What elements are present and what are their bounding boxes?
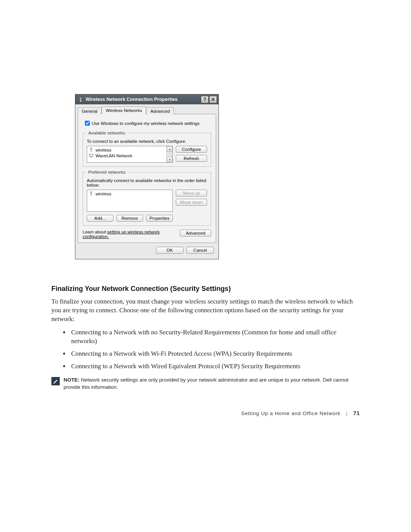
note-row: NOTE: Network security settings are only… (51, 376, 360, 391)
use-windows-checkbox-row[interactable]: Use Windows to configure my wireless net… (83, 120, 211, 127)
ok-button[interactable]: OK (156, 247, 183, 254)
titlebar: Wireless Network Connection Properties ?… (75, 94, 218, 104)
dialog-footer: OK Cancel (78, 243, 216, 257)
tab-advanced[interactable]: Advanced (146, 107, 174, 115)
scroll-up-icon[interactable]: ▴ (167, 146, 172, 152)
note-icon (51, 377, 60, 385)
document-body: Finalizing Your Network Connection (Secu… (51, 285, 360, 391)
scrollbar[interactable]: ▴ ▾ (166, 146, 172, 162)
dialog-title: Wireless Network Connection Properties (86, 97, 201, 102)
list-item: Connecting to a Network with no Security… (70, 328, 360, 346)
configure-button[interactable]: Configure (176, 146, 207, 153)
available-hint: To connect to an available network, clic… (87, 139, 207, 144)
antenna-icon (89, 147, 94, 152)
titlebar-buttons: ? ✕ (201, 96, 217, 103)
add-button[interactable]: Add... (87, 215, 113, 222)
learn-row: Learn about setting up wireless network … (83, 230, 211, 239)
note-body: Network security settings are only provi… (64, 377, 349, 390)
tab-wireless-networks[interactable]: Wireless Networks (102, 107, 146, 114)
network-name: WaveLAN Network (96, 153, 132, 158)
page: Wireless Network Connection Properties ?… (0, 0, 411, 532)
preferred-networks-group: Preferred networks: Automatically connec… (83, 170, 211, 226)
preferred-networks-listbox[interactable]: wireless (87, 190, 173, 212)
network-name: wireless (96, 192, 112, 196)
preferred-networks-legend: Preferred networks: (87, 170, 128, 174)
list-item: Connecting to a Network with Wired Equiv… (70, 362, 360, 371)
footer-separator: | (346, 411, 347, 416)
cancel-button[interactable]: Cancel (186, 247, 214, 254)
refresh-button[interactable]: Refresh (176, 155, 207, 162)
page-footer: Setting Up a Home and Office Network | 7… (0, 410, 411, 416)
available-networks-legend: Available networks: (87, 131, 127, 135)
computer-icon (89, 153, 94, 158)
scroll-down-icon[interactable]: ▾ (167, 157, 172, 162)
tab-panel: Use Windows to configure my wireless net… (78, 114, 216, 243)
list-item[interactable]: wireless (87, 147, 166, 153)
options-list: Connecting to a Network with no Security… (51, 328, 360, 371)
svg-point-3 (91, 192, 92, 193)
dialog-body: General Wireless Networks Advanced Use W… (75, 104, 218, 259)
page-number: 71 (353, 410, 360, 416)
use-windows-checkbox[interactable] (85, 121, 90, 126)
tab-general[interactable]: General (78, 107, 102, 115)
antenna-icon (89, 191, 94, 196)
available-networks-group: Available networks: To connect to an ava… (83, 131, 211, 167)
wireless-properties-dialog: Wireless Network Connection Properties ?… (75, 94, 219, 259)
preferred-hint: Automatically connect to available netwo… (87, 178, 207, 187)
use-windows-label: Use Windows to configure my wireless net… (92, 121, 199, 126)
intro-paragraph: To finalize your connection, you must ch… (51, 297, 360, 324)
wireless-adapter-icon (78, 96, 84, 102)
svg-rect-2 (89, 154, 93, 157)
list-item: Connecting to a Network with Wi-Fi Prote… (70, 350, 360, 358)
available-networks-listbox[interactable]: wireless WaveLAN Network ▴ (87, 146, 173, 163)
learn-prefix: Learn about (83, 230, 107, 234)
tabs-row: General Wireless Networks Advanced (78, 107, 216, 114)
network-name: wireless (96, 148, 112, 152)
section-heading: Finalizing Your Network Connection (Secu… (51, 285, 360, 293)
svg-rect-0 (80, 100, 81, 102)
learn-text: Learn about setting up wireless network … (83, 230, 180, 239)
help-button[interactable]: ? (201, 96, 209, 103)
move-down-button[interactable]: Move down (176, 199, 207, 206)
note-text: NOTE: Network security settings are only… (64, 376, 360, 391)
list-item[interactable]: WaveLAN Network (87, 153, 166, 158)
svg-point-1 (91, 148, 92, 149)
footer-section: Setting Up a Home and Office Network (241, 411, 341, 416)
properties-button[interactable]: Properties (146, 215, 173, 222)
advanced-button[interactable]: Advanced (180, 230, 211, 236)
close-button[interactable]: ✕ (209, 96, 217, 103)
note-label: NOTE: (64, 377, 80, 383)
list-item[interactable]: wireless (87, 191, 172, 197)
remove-button[interactable]: Remove (116, 215, 143, 222)
move-up-button[interactable]: Move up (176, 190, 207, 197)
